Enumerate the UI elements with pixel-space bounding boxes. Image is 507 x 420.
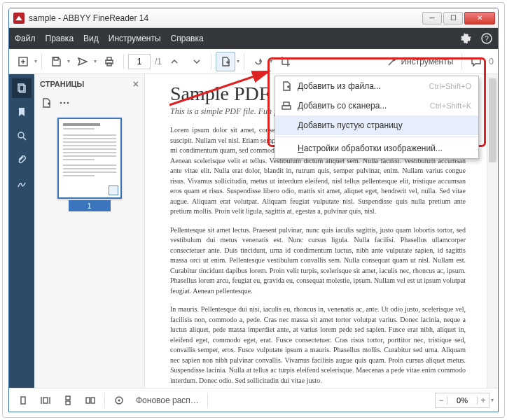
print-button[interactable] [99,52,119,71]
svg-rect-39 [284,102,289,106]
dropdown-caret-icon[interactable]: ▾ [237,58,239,64]
minimize-button[interactable]: ─ [422,12,442,24]
sb-add-page-button[interactable] [39,95,54,111]
menu-help[interactable]: Справка [171,34,204,43]
menu-file[interactable]: Файл [15,34,36,43]
svg-rect-8 [107,63,111,66]
svg-point-24 [67,102,69,104]
pages-sidebar: СТРАНИЦЫ × [34,74,145,388]
tab-search[interactable] [12,126,32,146]
vertical-tabs [9,74,34,388]
svg-rect-31 [86,398,90,403]
window-title: sample - ABBYY FineReader 14 [29,13,422,23]
doc-paragraph: Pellentesque sit amet lectus. Praesent p… [170,225,466,297]
svg-point-18 [18,132,24,138]
instruments-button[interactable]: Инструменты [382,56,457,67]
dropdown-caret-icon[interactable]: ▾ [491,397,494,403]
page-thumbnail[interactable]: 1 [57,118,122,211]
bottom-toolbar: Фоновое расп… − + ▾ [9,388,498,412]
shortcut-label: Ctrl+Shift+K [430,102,471,110]
comments-button[interactable] [466,52,486,71]
dd-image-settings[interactable]: Настройки обработки изображений... [275,139,478,158]
menu-tools[interactable]: Инструменты [109,34,161,43]
page-total-label: /1 [155,57,162,66]
view-fit-width-button[interactable] [36,391,55,410]
tab-pages[interactable] [12,78,32,98]
svg-text:?: ? [485,35,489,43]
page-up-button[interactable] [165,52,184,71]
scrollbar-thumb[interactable] [489,78,496,162]
svg-rect-5 [54,57,58,60]
svg-rect-29 [66,396,70,400]
shortcut-label: Ctrl+Shift+O [429,82,471,90]
new-button[interactable] [13,52,33,71]
doc-paragraph: In mauris. Pellentesque dui nisi, iaculi… [170,304,466,386]
zoom-control[interactable]: − + [435,393,489,408]
dropdown-caret-icon[interactable]: ▾ [67,58,70,64]
dropdown-caret-icon[interactable]: ▾ [270,58,272,64]
send-button[interactable] [73,52,92,71]
help-icon[interactable]: ? [481,33,492,44]
tab-bookmarks[interactable] [12,102,32,122]
close-button[interactable]: ✕ [464,12,495,24]
add-file-icon [281,80,292,92]
svg-rect-25 [21,397,25,404]
dd-add-blank-page[interactable]: Добавить пустую страницу [275,115,478,135]
thumb-badge-icon [109,186,118,195]
bg-recognize-icon[interactable] [109,391,129,410]
comment-count: 0 [489,57,494,66]
svg-rect-38 [282,106,291,109]
vertical-scrollbar[interactable] [487,74,498,388]
svg-point-34 [118,399,120,401]
rotate-button[interactable] [249,52,268,71]
tab-signatures[interactable] [12,174,32,193]
crop-button[interactable] [275,52,295,71]
svg-rect-28 [43,398,48,403]
dropdown-separator [275,136,478,137]
maximize-button[interactable]: ☐ [443,12,463,24]
dd-add-from-scanner[interactable]: Добавить со сканера... Ctrl+Shift+K [275,96,478,115]
dropdown-caret-icon[interactable]: ▾ [34,58,37,64]
add-page-dropdown: Добавить из файла... Ctrl+Shift+O Добави… [275,76,479,159]
zoom-value-input[interactable] [447,396,478,405]
add-page-button[interactable] [216,52,235,71]
save-button[interactable] [46,52,66,71]
app-window: sample - ABBYY FineReader 14 ─ ☐ ✕ Файл … [8,8,499,412]
thumb-number: 1 [69,200,111,211]
dd-add-from-file[interactable]: Добавить из файла... Ctrl+Shift+O [275,76,478,96]
instruments-label: Инструменты [401,57,453,66]
view-single-button[interactable] [13,391,33,410]
sb-options-button[interactable] [57,95,72,111]
app-icon [13,13,25,24]
view-facing-button[interactable] [81,391,100,410]
dropdown-caret-icon[interactable]: ▾ [94,58,97,64]
tab-attachments[interactable] [12,150,32,169]
svg-point-23 [64,102,66,104]
view-continuous-button[interactable] [58,391,78,410]
svg-line-19 [23,137,26,140]
svg-line-15 [389,59,394,65]
scanner-icon [281,100,292,111]
page-down-button[interactable] [187,52,207,71]
main-toolbar: ▾ ▾ ▾ /1 ▾ ▾ Инструменты 0 [9,49,498,74]
zoom-out-button[interactable]: − [436,396,447,405]
svg-point-22 [60,102,62,104]
bg-recognize-label: Фоновое расп… [136,396,199,405]
page-number-input[interactable] [128,54,151,69]
menu-view[interactable]: Вид [83,34,99,43]
svg-rect-7 [107,57,111,60]
sidebar-title: СТРАНИЦЫ [40,80,84,88]
sidebar-close-icon[interactable]: × [133,78,139,90]
svg-rect-32 [91,398,95,403]
menu-edit[interactable]: Правка [46,34,74,43]
settings-icon[interactable] [460,33,471,44]
zoom-in-button[interactable]: + [478,396,489,405]
menubar: Файл Правка Вид Инструменты Справка ? [9,28,498,49]
titlebar: sample - ABBYY FineReader 14 ─ ☐ ✕ [9,8,498,28]
svg-rect-30 [66,401,70,405]
